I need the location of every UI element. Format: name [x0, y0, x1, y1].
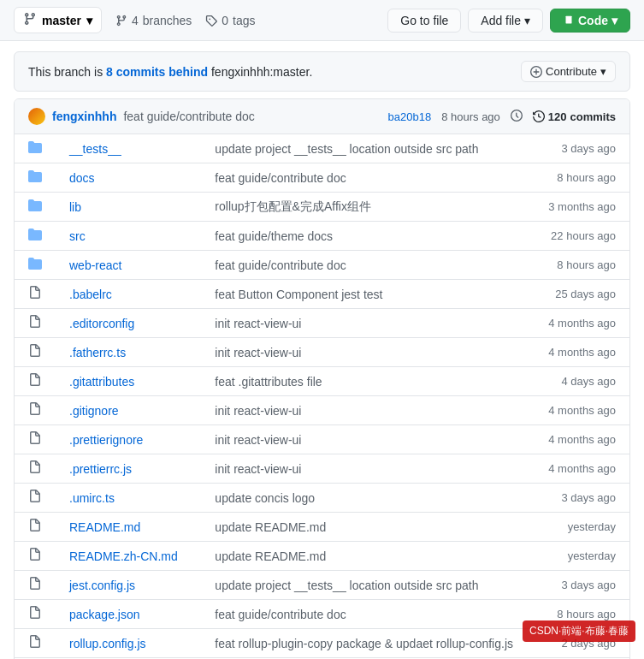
table-row: .umirc.tsupdate concis logo3 days ago	[15, 484, 629, 513]
file-icon	[15, 280, 56, 309]
commit-time-cell: yesterday	[527, 513, 629, 542]
chevron-down-icon: ▾	[86, 14, 92, 27]
repo-header-right: ba20b18 8 hours ago 120 commits	[388, 110, 616, 124]
folder-icon	[15, 163, 56, 193]
file-icon	[15, 454, 56, 484]
file-name[interactable]: rollup.config.js	[56, 629, 201, 658]
table-row: .fatherrc.tsinit react-view-ui4 months a…	[15, 338, 629, 367]
top-bar: master ▾ 4 branches 0 tags Go to file Ad…	[0, 0, 644, 41]
file-name[interactable]: lib	[56, 193, 201, 222]
file-icon	[15, 396, 56, 425]
commit-time: 8 hours ago	[441, 110, 500, 123]
file-name[interactable]: .gitattributes	[56, 367, 201, 396]
code-button[interactable]: Code ▾	[550, 9, 630, 33]
file-name[interactable]: docs	[56, 163, 201, 193]
table-row: .babelrcfeat Button Component jest test2…	[15, 280, 629, 309]
file-name[interactable]: .prettierrc.js	[56, 454, 201, 484]
branches-count: 4	[132, 14, 139, 27]
file-icon	[15, 484, 56, 513]
file-name[interactable]: package.json	[56, 600, 201, 629]
tags-link[interactable]: 0 tags	[205, 14, 255, 27]
file-icon	[15, 309, 56, 338]
commit-message-cell: update project __tests__ location outsid…	[201, 134, 527, 163]
tags-label: tags	[233, 14, 255, 27]
top-bar-right: Go to file Add file ▾ Code ▾	[387, 9, 630, 33]
file-name[interactable]: .prettierignore	[56, 425, 201, 454]
table-row: web-reactfeat guide/contribute doc8 hour…	[15, 251, 629, 280]
commit-time-cell: 3 days ago	[527, 134, 629, 163]
folder-icon	[15, 193, 56, 222]
file-name[interactable]: .fatherrc.ts	[56, 338, 201, 367]
file-name[interactable]: .editorconfig	[56, 309, 201, 338]
file-name[interactable]: README.zh-CN.md	[56, 542, 201, 571]
commit-message-cell: rollup打包配置&完成Affix组件	[201, 193, 527, 222]
commit-message-cell: feat guide/contribute doc	[201, 600, 527, 629]
branch-banner: This branch is 8 commits behind fengxinh…	[14, 51, 630, 92]
goto-file-button[interactable]: Go to file	[387, 9, 461, 33]
branches-link[interactable]: 4 branches	[115, 14, 192, 27]
commit-time-cell: 4 months ago	[527, 309, 629, 338]
commit-username[interactable]: fengxinhhh	[52, 110, 116, 123]
chevron-down-icon: ▾	[612, 14, 617, 27]
file-name[interactable]: web-react	[56, 251, 201, 280]
folder-icon	[15, 251, 56, 280]
commit-message-cell: update README.md	[201, 513, 527, 542]
chevron-down-icon: ▾	[524, 14, 530, 27]
file-icon	[15, 600, 56, 629]
table-row: __tests__update project __tests__ locati…	[15, 134, 629, 163]
table-row: .prettierignoreinit react-view-ui4 month…	[15, 425, 629, 454]
file-table: __tests__update project __tests__ locati…	[15, 134, 629, 659]
commit-message-cell: init react-view-ui	[201, 338, 527, 367]
table-row: jest.config.jsupdate project __tests__ l…	[15, 571, 629, 600]
branch-name: master	[42, 14, 81, 27]
file-icon	[15, 571, 56, 600]
commits-history-link[interactable]: 120 commits	[533, 110, 616, 123]
commit-time-cell: 3 months ago	[527, 193, 629, 222]
commit-time-cell: 25 days ago	[527, 280, 629, 309]
tags-count: 0	[222, 14, 228, 27]
watermark: CSDN·前端·布藤·春藤	[523, 620, 635, 642]
commit-time-cell: 4 months ago	[527, 338, 629, 367]
file-name[interactable]: __tests__	[56, 134, 201, 163]
repo-header-left: fengxinhhh feat guide/contribute doc	[28, 108, 255, 125]
commit-time-cell: 4 months ago	[527, 396, 629, 425]
file-icon	[15, 425, 56, 454]
commit-time-cell: yesterday	[527, 542, 629, 571]
commit-message-cell: feat rollup-plugin-copy package & updaet…	[201, 629, 527, 658]
commit-time-cell: 8 hours ago	[527, 163, 629, 193]
commit-message-cell: feat guide/theme docs	[201, 222, 527, 251]
file-name[interactable]: jest.config.js	[56, 571, 201, 600]
contribute-button[interactable]: Contribute ▾	[521, 61, 616, 82]
branch-selector[interactable]: master ▾	[14, 7, 102, 33]
file-icon	[15, 542, 56, 571]
commit-sha[interactable]: ba20b18	[388, 110, 432, 123]
top-bar-left: master ▾ 4 branches 0 tags	[14, 7, 256, 33]
commits-behind-link[interactable]: 8 commits behind	[106, 65, 208, 79]
commit-message-cell: feat .gitattributes file	[201, 367, 527, 396]
table-row: README.mdupdate README.mdyesterday	[15, 513, 629, 542]
commits-label: commits	[570, 110, 616, 123]
file-icon	[15, 338, 56, 367]
file-name[interactable]: src	[56, 222, 201, 251]
avatar	[28, 108, 45, 125]
commits-count: 120	[548, 110, 567, 123]
commit-message-cell: init react-view-ui	[201, 396, 527, 425]
commit-message-cell: feat guide/contribute doc	[201, 163, 527, 193]
clock-icon	[511, 110, 523, 124]
file-name[interactable]: .umirc.ts	[56, 484, 201, 513]
commit-message-cell: update README.md	[201, 542, 527, 571]
commit-time-cell: 8 hours ago	[527, 251, 629, 280]
commit-time-cell: 4 months ago	[527, 454, 629, 484]
add-file-button[interactable]: Add file ▾	[468, 9, 543, 33]
table-row: README.zh-CN.mdupdate README.mdyesterday	[15, 542, 629, 571]
file-name[interactable]: .gitignore	[56, 396, 201, 425]
file-name[interactable]: .babelrc	[56, 280, 201, 309]
commit-message-cell: init react-view-ui	[201, 425, 527, 454]
file-name[interactable]: README.md	[56, 513, 201, 542]
commit-time-cell: 4 months ago	[527, 425, 629, 454]
table-row: srcfeat guide/theme docs22 hours ago	[15, 222, 629, 251]
commit-time-cell: 3 days ago	[527, 571, 629, 600]
folder-icon	[15, 222, 56, 251]
table-row: .gitattributesfeat .gitattributes file4 …	[15, 367, 629, 396]
commit-time-cell: 4 days ago	[527, 367, 629, 396]
